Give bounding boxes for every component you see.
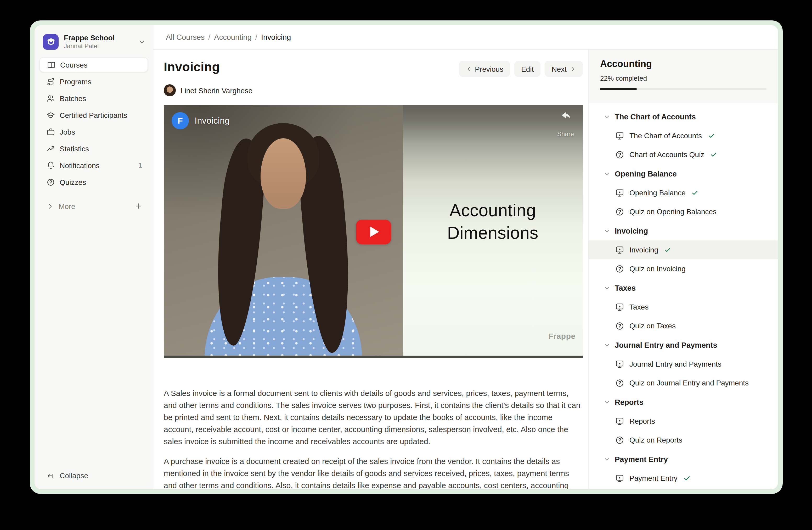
lesson-paragraph: A purchase invoice is a document created… [164,455,583,489]
edit-button[interactable]: Edit [514,61,540,77]
workspace-title: Frappe School [64,33,115,42]
sidebar-item-label: Quizzes [60,178,86,186]
help-circle-icon [615,378,624,387]
course-item-reports[interactable]: Reports [589,412,778,431]
course-section-taxes: Taxes Taxes Quiz on Taxes [589,278,778,335]
video-share-button[interactable]: Share [557,111,574,138]
book-open-icon [47,60,56,69]
course-item-label: Quiz on Taxes [629,322,676,330]
previous-button[interactable]: Previous [459,61,510,77]
play-icon [370,226,379,237]
sidebar-item-label: Statistics [60,144,89,153]
play-button[interactable] [356,220,391,244]
video-title-overlay: F Invoicing [172,112,230,129]
video-progress-bar[interactable] [164,355,583,358]
course-item-label: Quiz on Invoicing [629,264,686,273]
collapse-sidebar-icon [46,472,54,479]
chevron-right-icon [570,66,576,72]
graduation-cap-icon [46,111,55,119]
course-title: Accounting [600,59,767,70]
course-item-taxes[interactable]: Taxes [589,297,778,316]
monitor-play-icon [615,245,624,254]
monitor-play-icon [615,417,624,426]
sidebar-more[interactable]: More [39,198,148,214]
check-icon [708,132,715,139]
course-item-quiz-on-opening-balances[interactable]: Quiz on Opening Balances [589,202,778,221]
workspace-switcher[interactable]: Frappe School Jannat Patel [34,25,153,56]
sidebar-item-label: Jobs [60,127,75,136]
course-item-the-chart-of-accounts[interactable]: The Chart of Accounts [589,126,778,145]
sidebar-item-quizzes[interactable]: Quizzes [39,175,148,190]
app-window: Frappe School Jannat Patel Courses Progr… [34,25,778,489]
chevron-down-icon [604,227,610,234]
course-item-label: Quiz on Opening Balances [629,207,716,216]
help-circle-icon [615,150,624,159]
chevron-down-icon [604,342,610,348]
check-icon [710,151,717,158]
sidebar-item-notifications[interactable]: Notifications 1 [39,158,148,173]
sidebar-collapse-label: Collapse [60,471,88,480]
course-item-quiz-on-journal-entry-and-payments[interactable]: Quiz on Journal Entry and Payments [589,373,778,392]
sidebar-item-label: Notifications [60,161,100,169]
sidebar-item-batches[interactable]: Batches [39,90,148,106]
sidebar-item-label: Batches [60,94,86,102]
help-circle-icon [615,321,624,330]
lesson-author: Linet Sherin Varghese [164,84,583,96]
sidebar-item-certified-participants[interactable]: Certified Participants [39,107,148,123]
course-item-label: Chart of Accounts Quiz [629,150,704,159]
plus-icon[interactable] [134,202,142,210]
course-progress-header: Accounting 22% completed [589,50,778,103]
video-watermark: Frappe [548,332,576,340]
help-circle-icon [46,178,55,186]
check-icon [664,246,671,253]
monitor-play-icon [615,360,624,368]
edit-button-label: Edit [521,65,534,73]
sidebar-item-statistics[interactable]: Statistics [39,141,148,156]
course-item-opening-balance[interactable]: Opening Balance [589,183,778,202]
course-item-quiz-on-taxes[interactable]: Quiz on Taxes [589,316,778,335]
video-channel-avatar[interactable]: F [172,112,189,129]
course-item-quiz-on-invoicing[interactable]: Quiz on Invoicing [589,259,778,278]
help-circle-icon [615,264,624,273]
monitor-play-icon [615,303,624,311]
course-progress-label: 22% completed [600,74,767,82]
breadcrumb-current: Invoicing [261,33,291,41]
course-item-journal-entry-and-payments[interactable]: Journal Entry and Payments [589,354,778,373]
course-item-label: Taxes [629,303,649,311]
chevron-down-icon [604,456,610,462]
course-item-quiz-on-reports[interactable]: Quiz on Reports [589,431,778,449]
briefcase-icon [46,127,55,136]
course-outline-panel: Accounting 22% completed The Chart of Ac… [588,50,778,489]
help-circle-icon [615,435,624,444]
course-item-label: Journal Entry and Payments [629,360,722,368]
sidebar-item-programs[interactable]: Programs [39,74,148,89]
breadcrumb-all-courses[interactable]: All Courses [166,33,205,41]
video-player[interactable]: Accounting Dimensions F Invoicing [164,105,583,358]
course-section-opening-balance: Opening Balance Opening Balance Quiz on … [589,164,778,221]
video-title[interactable]: Invoicing [194,115,230,126]
course-progress-track [600,88,767,90]
window-frame: Frappe School Jannat Patel Courses Progr… [30,20,783,494]
graduation-cap-icon [46,37,56,46]
course-item-label: Reports [629,417,655,425]
content-region: All Courses / Accounting / Invoicing Inv… [153,25,778,489]
next-button[interactable]: Next [545,61,583,77]
course-item-payment-entry[interactable]: Payment Entry [589,469,778,488]
course-progress-fill [600,88,637,90]
course-section-the-chart-of-accounts: The Chart of Accounts The Chart of Accou… [589,107,778,164]
breadcrumb: All Courses / Accounting / Invoicing [166,33,291,41]
content-row: Invoicing Previous Edit [153,50,778,489]
sidebar-item-courses[interactable]: Courses [39,57,148,72]
sidebar-item-jobs[interactable]: Jobs [39,124,148,139]
bell-icon [46,161,55,169]
video-share-label: Share [557,130,574,138]
course-item-invoicing[interactable]: Invoicing [589,240,778,259]
check-icon [692,189,699,196]
author-name: Linet Sherin Varghese [180,86,252,95]
breadcrumb-separator: / [255,33,257,41]
sidebar-item-label: Certified Participants [60,111,127,119]
sidebar-collapse-button[interactable]: Collapse [34,471,153,489]
course-item-chart-of-accounts-quiz[interactable]: Chart of Accounts Quiz [589,145,778,164]
breadcrumb-accounting[interactable]: Accounting [214,33,252,41]
chevron-left-icon [465,66,472,72]
